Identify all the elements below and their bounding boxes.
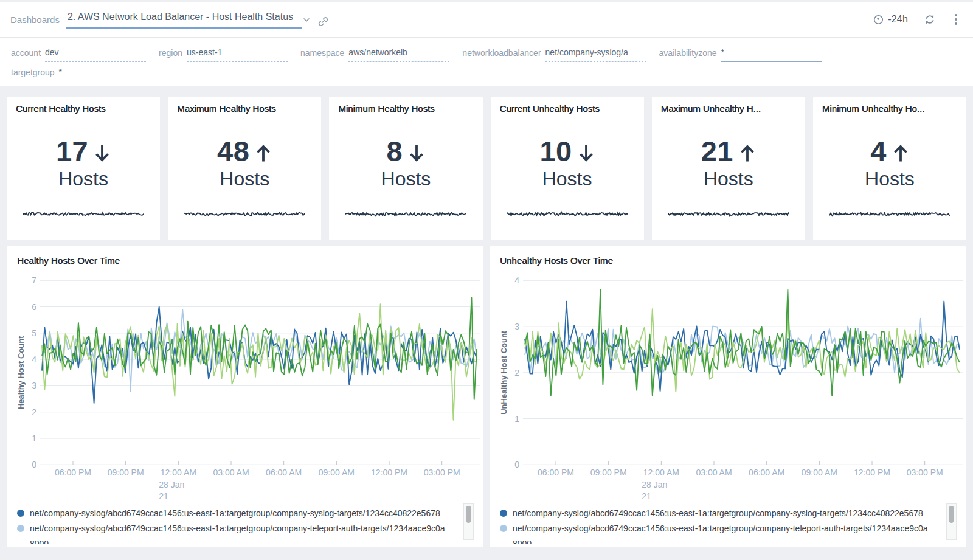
stat-card-unit: Hosts: [652, 168, 805, 190]
filter-networkloadbalancer-label: networkloadbalancer: [462, 48, 541, 62]
stat-card-title: Maximum Healthy Hosts: [177, 103, 315, 114]
refresh-icon[interactable]: [924, 14, 935, 25]
legend-item[interactable]: net/company-syslog/abcd6749ccac1456:us-e…: [500, 521, 941, 544]
y-axis-label: UnHealthy Host Count: [499, 330, 508, 415]
stat-card-title: Minimum Unhealthy Ho...: [822, 103, 960, 114]
filter-availabilityzone-value[interactable]: *: [721, 47, 822, 62]
filter-availabilityzone: availabilityzone *: [659, 47, 822, 62]
stat-card-title: Minimum Healthy Hosts: [338, 103, 476, 114]
stat-card-value: 8: [329, 134, 482, 168]
x-tick-label: 03:00 PM: [907, 468, 943, 477]
y-tick-label: 7: [32, 275, 36, 285]
legend-label: net/company-syslog/abcd6749ccac1456:us-e…: [513, 508, 923, 518]
y-axis-label: Healthy Host Count: [16, 336, 26, 409]
filter-account-value[interactable]: dev: [45, 47, 146, 62]
filter-namespace: namespace aws/networkelb: [300, 47, 449, 62]
sparkline-path: [345, 213, 466, 216]
chart-title: Healthy Hosts Over Time: [17, 255, 120, 266]
trend-up-arrow-icon: [739, 143, 756, 163]
x-tick-label: 06:00 AM: [266, 468, 302, 477]
sparkline-path: [668, 213, 789, 216]
x-date-label: 21: [642, 491, 651, 501]
sparkline-path: [23, 213, 144, 215]
sparkline-path: [507, 212, 628, 216]
stat-card-value: 17: [7, 134, 160, 168]
stat-value-number: 21: [701, 135, 733, 167]
filter-availabilityzone-label: availabilityzone: [659, 48, 717, 62]
stat-card-value: 10: [491, 134, 644, 168]
dashboard-title-dropdown[interactable]: 2. AWS Network Load Balancer - Host Heal…: [66, 10, 310, 29]
stat-card-4: Maximum Unhealthy H...21Hosts: [652, 97, 805, 240]
x-date-label: 28 Jan: [159, 480, 184, 489]
stat-card-unit: Hosts: [168, 168, 321, 190]
y-tick-label: 3: [32, 381, 36, 390]
x-tick-label: 06:00 PM: [55, 468, 91, 477]
x-tick-label: 12:00 AM: [161, 468, 196, 477]
breadcrumb[interactable]: Dashboards: [10, 15, 60, 25]
filter-namespace-label: namespace: [300, 48, 344, 62]
legend-scrollbar[interactable]: [463, 503, 474, 540]
filter-targetgroup-label: targetgroup: [11, 67, 55, 81]
filter-region-label: region: [159, 48, 182, 62]
filter-networkloadbalancer: networkloadbalancer net/company-syslog/a: [462, 47, 646, 62]
y-tick-label: 0: [32, 460, 36, 469]
stat-value-number: 17: [56, 135, 88, 167]
legend-dot-lightblue: [17, 525, 24, 532]
filter-namespace-value[interactable]: aws/networkelb: [348, 47, 449, 62]
stat-cards-row: Current Healthy Hosts17HostsMaximum Heal…: [7, 97, 966, 240]
x-tick-label: 12:00 AM: [643, 468, 679, 477]
filter-targetgroup-value[interactable]: *: [59, 67, 160, 81]
stat-value-number: 48: [217, 135, 249, 167]
legend-dot-blue: [17, 510, 24, 517]
dashboard-title[interactable]: 2. AWS Network Load Balancer - Host Heal…: [66, 10, 302, 29]
x-tick-label: 03:00 AM: [696, 468, 732, 477]
stat-card-value: 21: [652, 134, 805, 168]
time-range-label[interactable]: -24h: [888, 14, 908, 25]
legend-scrollbar-thumb[interactable]: [466, 506, 471, 523]
stat-card-unit: Hosts: [491, 168, 644, 190]
filter-networkloadbalancer-value[interactable]: net/company-syslog/a: [545, 47, 646, 62]
y-tick-label: 4: [32, 354, 36, 364]
charts-row: Healthy Hosts Over Time 0123456706:00 PM…: [7, 246, 966, 547]
x-date-label: 28 Jan: [642, 480, 667, 489]
link-icon[interactable]: [318, 16, 328, 27]
x-tick-label: 09:00 PM: [590, 468, 627, 477]
x-date-label: 21: [159, 491, 168, 501]
stat-sparkline: [668, 207, 789, 221]
series-line-3: [525, 290, 960, 396]
trend-up-arrow-icon: [892, 143, 909, 163]
legend-dot-blue: [500, 510, 507, 517]
stat-card-0: Current Healthy Hosts17Hosts: [7, 97, 160, 240]
legend-scrollbar-thumb[interactable]: [949, 506, 954, 523]
x-tick-label: 09:00 PM: [108, 468, 144, 477]
legend-scrollbar[interactable]: [946, 503, 957, 540]
clock-icon[interactable]: [873, 15, 884, 25]
legend-item[interactable]: net/company-syslog/abcd6749ccac1456:us-e…: [17, 521, 458, 544]
stat-sparkline: [184, 207, 305, 221]
y-tick-label: 1: [32, 434, 36, 443]
stat-card-unit: Hosts: [813, 168, 966, 190]
kebab-menu-icon[interactable]: [954, 13, 958, 26]
stat-card-title: Maximum Unhealthy H...: [661, 103, 799, 114]
stat-value-number: 8: [387, 135, 403, 167]
legend-label: net/company-syslog/abcd6749ccac1456:us-e…: [30, 524, 445, 544]
stat-card-2: Minimum Healthy Hosts8Hosts: [329, 97, 482, 240]
legend-label: net/company-syslog/abcd6749ccac1456:us-e…: [513, 524, 928, 544]
legend-label: net/company-syslog/abcd6749ccac1456:us-e…: [30, 508, 440, 518]
x-tick-label: 12:00 PM: [854, 468, 890, 477]
x-tick-label: 09:00 AM: [319, 468, 355, 477]
stat-sparkline: [507, 207, 628, 221]
stat-card-title: Current Unhealthy Hosts: [500, 103, 638, 114]
stat-sparkline: [23, 207, 144, 221]
stat-card-value: 48: [168, 134, 321, 168]
filter-account: account dev: [11, 47, 146, 62]
y-tick-label: 0: [514, 460, 519, 469]
filter-region-value[interactable]: us-east-1: [187, 47, 288, 62]
legend-item[interactable]: net/company-syslog/abcd6749ccac1456:us-e…: [17, 506, 458, 521]
legend-dot-lightblue: [500, 525, 507, 532]
filter-region: region us-east-1: [159, 47, 288, 62]
top-navigation-bar: Dashboards 2. AWS Network Load Balancer …: [0, 2, 973, 38]
legend-item[interactable]: net/company-syslog/abcd6749ccac1456:us-e…: [500, 506, 941, 521]
chart-title: Unhealthy Hosts Over Time: [500, 255, 613, 266]
filter-account-label: account: [11, 48, 41, 62]
